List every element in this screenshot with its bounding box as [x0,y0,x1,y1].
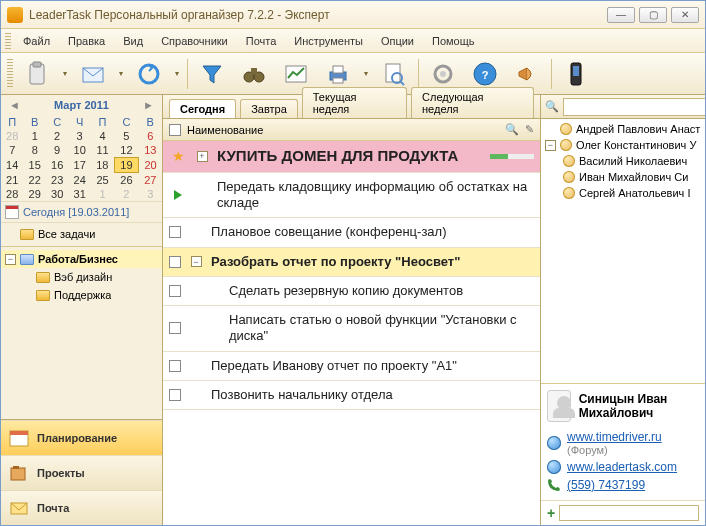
task-row[interactable]: Сделать резервную копию документов [163,277,540,306]
task-checkbox[interactable] [169,360,181,372]
binoculars-button[interactable] [236,57,272,91]
calendar-day[interactable]: 10 [68,143,90,158]
task-checkbox[interactable] [169,322,181,334]
menu-help[interactable]: Помощь [424,32,483,50]
calendar-day[interactable]: 4 [91,129,114,143]
task-row[interactable]: Передать кладовщику информацию об остатк… [163,173,540,219]
calendar-day[interactable]: 15 [23,158,45,173]
add-contact-input[interactable] [559,505,699,521]
next-month-button[interactable]: ► [143,99,154,111]
collapse-icon[interactable]: − [545,140,556,151]
contact-item[interactable]: −Олег Константинович У [541,137,705,153]
calendar-day[interactable]: 25 [91,173,114,188]
task-row[interactable]: − Разобрать отчет по проекту "Неосвет" [163,248,540,277]
calendar-day[interactable]: 9 [46,143,68,158]
tree-support[interactable]: Поддержка [1,286,162,304]
task-row[interactable]: Позвонить начальнику отдела [163,381,540,410]
tree-work[interactable]: − Работа/Бизнес [1,250,162,268]
task-row[interactable]: Написать статью о новой функции "Установ… [163,306,540,352]
contact-link[interactable]: www.timedriver.ru(Форум) [547,428,699,458]
calendar-day[interactable]: 11 [91,143,114,158]
task-checkbox[interactable] [169,389,181,401]
contact-tree[interactable]: Андрей Павлович Анаст −Олег Константинов… [541,119,705,383]
nav-mail[interactable]: Почта [1,490,162,525]
calendar-day[interactable]: 1 [91,187,114,201]
sync-button[interactable] [131,57,167,91]
calendar-day[interactable]: 22 [23,173,45,188]
maximize-button[interactable]: ▢ [639,7,667,23]
mobile-button[interactable] [558,57,594,91]
calendar-day[interactable]: 19 [114,158,138,173]
contact-item[interactable]: Василий Николаевич [541,153,705,169]
calendar-day[interactable]: 3 [68,129,90,143]
calendar-day[interactable]: 5 [114,129,138,143]
edit-column-icon[interactable]: ✎ [525,123,534,136]
task-checkbox[interactable] [169,285,181,297]
calendar-day[interactable]: 12 [114,143,138,158]
task-row[interactable]: ★ + КУПИТЬ ДОМЕН ДЛЯ ПРОДУКТА [163,141,540,173]
menu-options[interactable]: Опции [373,32,422,50]
menu-mail[interactable]: Почта [238,32,285,50]
calendar-day[interactable]: 1 [23,129,45,143]
select-all-checkbox[interactable] [169,124,181,136]
contact-item[interactable]: Иван Михайлович Си [541,169,705,185]
task-row[interactable]: Передать Иванову отчет по проекту "А1" [163,352,540,381]
task-list[interactable]: ★ + КУПИТЬ ДОМЕН ДЛЯ ПРОДУКТА Передать к… [163,141,540,525]
preview-button[interactable] [376,57,412,91]
menu-tools[interactable]: Инструменты [286,32,371,50]
calendar-day[interactable]: 14 [1,158,23,173]
contact-search-input[interactable] [563,98,706,116]
minimize-button[interactable]: — [607,7,635,23]
calendar-day[interactable]: 17 [68,158,90,173]
calendar-day[interactable]: 23 [46,173,68,188]
today-link[interactable]: Сегодня [19.03.2011] [1,201,162,223]
calendar-day[interactable]: 20 [139,158,162,173]
tab-today[interactable]: Сегодня [169,99,236,118]
tab-tomorrow[interactable]: Завтра [240,99,298,118]
tab-week[interactable]: Текущая неделя [302,87,407,118]
search-icon[interactable]: 🔍 [505,123,519,136]
clipboard-button[interactable] [19,57,55,91]
contact-phone[interactable]: (559) 7437199 [547,476,699,494]
calendar-day[interactable]: 29 [23,187,45,201]
calendar-day[interactable]: 18 [91,158,114,173]
expand-icon[interactable]: + [197,151,208,162]
chart-button[interactable] [278,57,314,91]
contact-item[interactable]: Сергей Анатольевич I [541,185,705,201]
task-checkbox[interactable] [169,256,181,268]
calendar-day[interactable]: 8 [23,143,45,158]
add-contact-row[interactable]: + [541,500,705,525]
calendar-month[interactable]: Март 2011 [54,99,109,111]
tree-all-tasks[interactable]: Все задачи [1,225,162,243]
calendar-day[interactable]: 27 [139,173,162,188]
contact-item[interactable]: Андрей Павлович Анаст [541,121,705,137]
close-button[interactable]: ✕ [671,7,699,23]
contact-link[interactable]: www.leadertask.com [547,458,699,476]
mail-button[interactable] [75,57,111,91]
task-row[interactable]: Плановое совещание (конференц-зал) [163,218,540,247]
calendar-day[interactable]: 7 [1,143,23,158]
print-button[interactable] [320,57,356,91]
nav-planning[interactable]: Планирование [1,420,162,455]
task-checkbox[interactable] [169,226,181,238]
dropdown-icon[interactable]: ▾ [61,69,69,78]
calendar-day[interactable]: 24 [68,173,90,188]
menu-edit[interactable]: Правка [60,32,113,50]
calendar-grid[interactable]: ПВСЧПСВ 28123456789101112131415161718192… [1,115,162,201]
settings-button[interactable] [425,57,461,91]
menu-view[interactable]: Вид [115,32,151,50]
calendar-day[interactable]: 26 [114,173,138,188]
collapse-icon[interactable]: − [5,254,16,265]
calendar-day[interactable]: 28 [1,187,23,201]
tree-web[interactable]: Вэб дизайн [1,268,162,286]
tab-nextweek[interactable]: Следующая неделя [411,87,534,118]
dropdown-icon[interactable]: ▾ [173,69,181,78]
calendar-day[interactable]: 30 [46,187,68,201]
calendar-day[interactable]: 21 [1,173,23,188]
collapse-icon[interactable]: − [191,256,202,267]
calendar-day[interactable]: 3 [139,187,162,201]
calendar-day[interactable]: 31 [68,187,90,201]
nav-projects[interactable]: Проекты [1,455,162,490]
dropdown-icon[interactable]: ▾ [117,69,125,78]
calendar-day[interactable]: 2 [114,187,138,201]
